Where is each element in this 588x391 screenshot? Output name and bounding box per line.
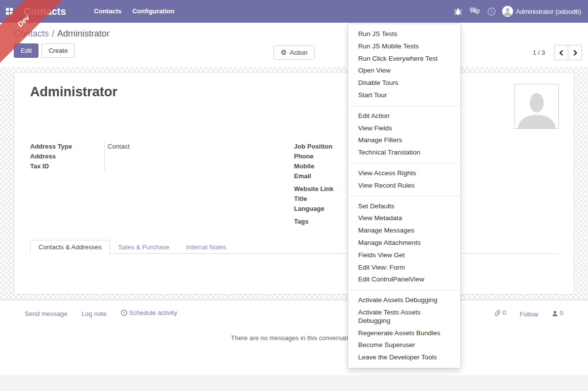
person-silhouette-icon: [515, 84, 558, 128]
field-group-left: Address Type Contact Address Tax ID: [30, 142, 294, 171]
follow-button[interactable]: Follow: [520, 311, 539, 318]
gear-icon: ⚙: [281, 49, 287, 56]
dev-menu-item[interactable]: [348, 163, 460, 163]
page-footer-strip: [0, 375, 588, 391]
notebook-tab[interactable]: Contacts & Addresses: [30, 240, 110, 254]
dev-menu-item[interactable]: Disable Tours: [348, 77, 460, 89]
edit-button[interactable]: Edit: [14, 43, 38, 58]
dev-menu-item[interactable]: Edit View: Form: [348, 262, 460, 274]
attachments-count: 0: [503, 309, 506, 316]
pager-value: 1 / 3: [533, 49, 545, 56]
clock-icon: [121, 310, 127, 316]
dev-menu-item[interactable]: Manage Attachments: [348, 237, 460, 249]
dev-menu-item[interactable]: Technical Translation: [348, 147, 460, 159]
bug-icon[interactable]: [450, 0, 467, 23]
notebook-tabs: Contacts & AddressesSales & PurchaseInte…: [30, 239, 558, 254]
dev-menu-item[interactable]: Run JS Mobile Tests: [348, 40, 460, 53]
dev-menu-item[interactable]: [348, 196, 460, 196]
schedule-activity-button[interactable]: Schedule activity: [121, 309, 178, 316]
field-label: Tax ID: [30, 161, 104, 171]
dev-menu-item[interactable]: View Metadata: [348, 212, 460, 225]
chevron-right-icon: [573, 50, 578, 56]
person-icon: [552, 311, 558, 316]
record-image-placeholder[interactable]: [514, 84, 559, 129]
field-label: Address Type: [30, 142, 104, 152]
developer-tools-dropdown: Run JS TestsRun JS Mobile TestsRun Click…: [348, 24, 461, 368]
log-note-button[interactable]: Log note: [81, 310, 107, 317]
dev-menu-item[interactable]: Set Defaults: [348, 200, 460, 213]
field-row: Address Type Contact: [30, 142, 294, 152]
dev-menu-item[interactable]: Regenerate Assets Bundles: [348, 327, 460, 340]
odoo-app-window: Contacts ContactsConfiguration: [0, 0, 588, 391]
record-pager: 1 / 3: [533, 45, 582, 60]
dev-menu-item[interactable]: View Fields: [348, 122, 460, 135]
messages-icon[interactable]: [467, 0, 483, 23]
schedule-activity-label: Schedule activity: [129, 309, 178, 316]
activities-clock-icon[interactable]: [483, 0, 500, 23]
dev-menu-item[interactable]: Run JS Tests: [348, 28, 460, 40]
field-grid: Address Type Contact Address Tax ID: [30, 142, 558, 227]
breadcrumb-current: Administrator: [57, 29, 110, 39]
pager-next-button[interactable]: [568, 45, 582, 60]
navbar-menus: ContactsConfiguration: [89, 0, 180, 23]
field-value[interactable]: Contact: [104, 142, 294, 152]
chatter-topbar: Send message Log note Schedule activity …: [0, 300, 588, 318]
paperclip-icon: [495, 310, 501, 316]
control-panel: Contacts/Administrator Edit Create ⚙ Act…: [0, 23, 588, 67]
app-brand[interactable]: Contacts: [24, 6, 66, 17]
user-menu[interactable]: Administrator (odoodb): [516, 8, 581, 15]
dev-menu-item[interactable]: Manage Filters: [348, 134, 460, 147]
notebook-tab[interactable]: Internal Notes: [178, 240, 234, 254]
dev-menu-item[interactable]: Leave the Developer Tools: [348, 352, 460, 364]
send-message-button[interactable]: Send message: [25, 310, 68, 317]
dev-menu-item[interactable]: Become Superuser: [348, 339, 460, 352]
chatter-followers-area: 0 Follow 0: [483, 309, 563, 318]
attachments-button[interactable]: 0: [495, 309, 506, 316]
empty-conversation-message: There are no messages in this conversati…: [0, 334, 588, 342]
breadcrumb: Contacts/Administrator: [0, 23, 588, 39]
dev-menu-item[interactable]: Manage Messages: [348, 225, 460, 237]
chevron-left-icon: [559, 50, 564, 56]
user-avatar[interactable]: [502, 6, 513, 17]
field-row: Tax ID: [30, 161, 294, 171]
dev-menu-item[interactable]: Activate Assets Debugging: [348, 294, 460, 307]
dev-menu-item[interactable]: Edit ControlPanelView: [348, 274, 460, 286]
field-row: Address: [30, 152, 294, 161]
notebook-tab[interactable]: Sales & Purchase: [110, 240, 178, 254]
field-value[interactable]: [104, 152, 294, 161]
navbar-menu-item[interactable]: Configuration: [127, 0, 180, 23]
dev-menu-item[interactable]: Activate Tests Assets Debugging: [348, 307, 460, 327]
form-sheet: Administrator Address Type Contact: [14, 72, 574, 295]
top-navbar: Contacts ContactsConfiguration: [0, 0, 588, 23]
dev-menu-item[interactable]: Open View: [348, 65, 460, 77]
dev-menu-item[interactable]: View Access Rights: [348, 167, 460, 180]
create-button[interactable]: Create: [41, 43, 74, 58]
field-value[interactable]: [104, 161, 294, 171]
breadcrumb-separator: /: [49, 29, 57, 39]
apps-menu-icon[interactable]: [6, 8, 13, 15]
dev-menu-item[interactable]: Start Tour: [348, 89, 460, 102]
dev-menu-item[interactable]: Run Click Everywhere Test: [348, 53, 460, 65]
chatter: Send message Log note Schedule activity …: [0, 300, 588, 375]
chatter-actions: Send message Log note Schedule activity: [25, 309, 189, 317]
action-button[interactable]: ⚙ Action: [274, 45, 315, 60]
dev-menu-item[interactable]: Fields View Get: [348, 249, 460, 262]
followers-button[interactable]: 0: [552, 310, 563, 317]
action-button-label: Action: [290, 49, 307, 56]
dev-menu-item[interactable]: [348, 290, 460, 290]
navbar-menu-item[interactable]: Contacts: [89, 0, 127, 23]
dev-menu-item[interactable]: View Record Rules: [348, 180, 460, 192]
dev-menu-item[interactable]: [348, 106, 460, 106]
field-label: Address: [30, 152, 104, 161]
pager-previous-button[interactable]: [554, 45, 568, 60]
navbar-systray: Administrator (odoodb): [450, 0, 583, 23]
record-title: Administrator: [30, 84, 117, 100]
breadcrumb-parent-link[interactable]: Contacts: [14, 29, 49, 39]
followers-count: 0: [560, 310, 563, 317]
dev-menu-item[interactable]: Edit Action: [348, 110, 460, 122]
form-view-background: Administrator Address Type Contact: [0, 67, 588, 300]
